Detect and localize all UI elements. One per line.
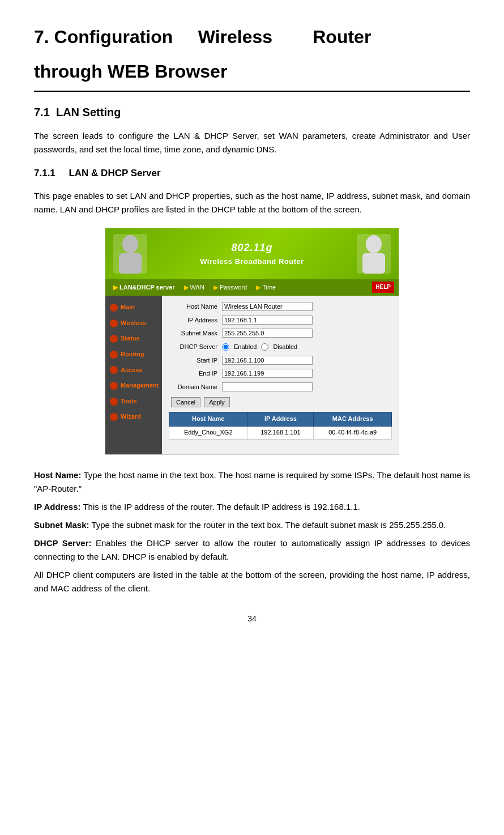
desc-dhcp: DHCP Server: Enables the DHCP server to …: [34, 536, 470, 564]
form-table: Host Name IP Address Subnet Mask: [169, 300, 392, 394]
sidebar-label-main: Main: [121, 303, 135, 313]
page-title-line2: through WEB Browser: [34, 57, 470, 86]
chapter-label: 7. Configuration: [34, 27, 173, 47]
sidebar-label-wireless: Wireless: [121, 318, 146, 329]
nav-item-password[interactable]: ▶ Password: [210, 282, 250, 294]
label-disabled: Disabled: [273, 342, 297, 352]
sidebar-item-wizard[interactable]: Wizard: [105, 410, 162, 424]
router-screenshot: 802.11g Wireless Broadband Router ▶ LAN&…: [105, 228, 399, 455]
sidebar-label-wizard: Wizard: [121, 412, 141, 422]
router-sidebar: Main Wireless Status Routing Access Mana…: [105, 296, 162, 454]
input-startip[interactable]: [222, 356, 313, 365]
dhcp-col-ip: IP Address: [247, 412, 314, 427]
term-hostname: Host Name:: [34, 470, 81, 480]
svg-point-0: [122, 235, 138, 253]
sidebar-label-routing: Routing: [121, 350, 144, 360]
sidebar-bullet-wizard: [110, 413, 118, 421]
help-button[interactable]: HELP: [372, 282, 394, 293]
radio-disabled[interactable]: [261, 343, 268, 351]
nav-item-lan[interactable]: ▶ LAN&DHCP server: [110, 282, 178, 294]
sidebar-item-main[interactable]: Main: [105, 300, 162, 315]
form-row-domain: Domain Name: [169, 381, 392, 394]
section-title: 7.1 LAN Setting: [34, 103, 470, 121]
sidebar-bullet-tools: [110, 398, 118, 406]
term-subnet: Subnet Mask:: [34, 520, 89, 530]
label-dhcp: DHCP Server: [169, 340, 220, 354]
input-hostname[interactable]: [222, 302, 313, 311]
sidebar-item-wireless[interactable]: Wireless: [105, 316, 162, 331]
form-buttons: Cancel Apply: [169, 397, 392, 407]
intro-paragraph: The screen leads to configure the LAN & …: [34, 129, 470, 156]
wireless-label: Wireless: [198, 27, 272, 47]
sidebar-label-status: Status: [121, 334, 140, 344]
page-title: 7. Configuration Wireless Router: [34, 23, 470, 52]
dhcp-radio-group: Enabled Disabled: [222, 342, 390, 352]
subsection-intro: This page enables to set LAN and DHCP pr…: [34, 189, 470, 216]
sidebar-bullet-main: [110, 304, 118, 312]
router-model-text: 802.11g Wireless Broadband Router: [147, 240, 357, 268]
radio-enabled[interactable]: [222, 343, 229, 351]
desc-ip: IP Address: This is the IP address of th…: [34, 500, 470, 514]
router-header: 802.11g Wireless Broadband Router: [105, 228, 399, 279]
desc-dhcp-all: All DHCP client computers are listed in …: [34, 568, 470, 595]
input-domain[interactable]: [222, 382, 313, 391]
router-body: Main Wireless Status Routing Access Mana…: [105, 296, 399, 454]
dhcp-row-1: Eddy_Chou_XG2 192.168.1.101 00-40-f4-f8-…: [169, 426, 392, 439]
dhcp-cell-ip: 192.168.1.101: [247, 426, 314, 439]
dhcp-table: Host Name IP Address MAC Address Eddy_Ch…: [169, 412, 392, 439]
sidebar-item-routing[interactable]: Routing: [105, 347, 162, 362]
svg-rect-3: [362, 253, 385, 274]
text-subnet: Type the subnet mask for the router in t…: [91, 520, 446, 530]
label-startip: Start IP: [169, 354, 220, 368]
nav-item-wan[interactable]: ▶ WAN: [181, 282, 208, 294]
router-label: Router: [313, 27, 371, 47]
sidebar-label-access: Access: [121, 365, 143, 376]
text-hostname: Type the host name in the text box. The …: [34, 470, 470, 493]
sidebar-label-tools: Tools: [121, 397, 137, 407]
dhcp-col-hostname: Host Name: [169, 412, 247, 427]
apply-button[interactable]: Apply: [204, 397, 230, 407]
desc-subnet: Subnet Mask: Type the subnet mask for th…: [34, 518, 470, 532]
term-dhcp: DHCP Server:: [34, 538, 91, 548]
form-row-endip: End IP: [169, 367, 392, 381]
page-number: 34: [34, 612, 470, 625]
dhcp-cell-hostname: Eddy_Chou_XG2: [169, 426, 247, 439]
svg-point-2: [366, 235, 382, 253]
label-endip: End IP: [169, 367, 220, 381]
sidebar-item-access[interactable]: Access: [105, 363, 162, 378]
sidebar-item-status[interactable]: Status: [105, 331, 162, 346]
nav-item-time[interactable]: ▶ Time: [253, 282, 279, 294]
router-nav-bar: ▶ LAN&DHCP server ▶ WAN ▶ Password ▶ Tim…: [105, 279, 399, 296]
text-ip: This is the IP address of the router. Th…: [83, 502, 360, 512]
label-hostname: Host Name: [169, 300, 220, 314]
desc-hostname: Host Name: Type the host name in the tex…: [34, 468, 470, 496]
input-endip[interactable]: [222, 369, 313, 378]
sidebar-bullet-routing: [110, 351, 118, 359]
sidebar-bullet-status: [110, 335, 118, 343]
sidebar-item-tools[interactable]: Tools: [105, 394, 162, 409]
form-row-dhcp: DHCP Server Enabled Disabled: [169, 340, 392, 354]
label-domain: Domain Name: [169, 381, 220, 394]
router-header-images: [113, 234, 147, 274]
sidebar-bullet-access: [110, 366, 118, 374]
form-row-startip: Start IP: [169, 354, 392, 368]
dhcp-cell-mac: 00-40-f4-f8-4c-a9: [314, 426, 392, 439]
sidebar-label-management: Management: [121, 381, 159, 391]
cancel-button[interactable]: Cancel: [171, 397, 200, 407]
term-ip: IP Address:: [34, 502, 81, 512]
svg-rect-1: [119, 253, 142, 274]
input-subnet[interactable]: [222, 329, 313, 338]
sidebar-bullet-management: [110, 382, 118, 390]
text-dhcp: Enables the DHCP server to allow the rou…: [34, 538, 470, 561]
dhcp-col-mac: MAC Address: [314, 412, 392, 427]
label-subnet: Subnet Mask: [169, 327, 220, 340]
subsection-title: 7.1.1 LAN & DHCP Server: [34, 165, 470, 181]
form-row-ip: IP Address: [169, 314, 392, 327]
sidebar-item-management[interactable]: Management: [105, 378, 162, 393]
label-ip: IP Address: [169, 314, 220, 327]
title-divider: [34, 91, 470, 92]
form-row-hostname: Host Name: [169, 300, 392, 314]
form-row-subnet: Subnet Mask: [169, 327, 392, 340]
input-ip[interactable]: [222, 316, 313, 325]
router-main-content: Host Name IP Address Subnet Mask: [162, 296, 399, 454]
